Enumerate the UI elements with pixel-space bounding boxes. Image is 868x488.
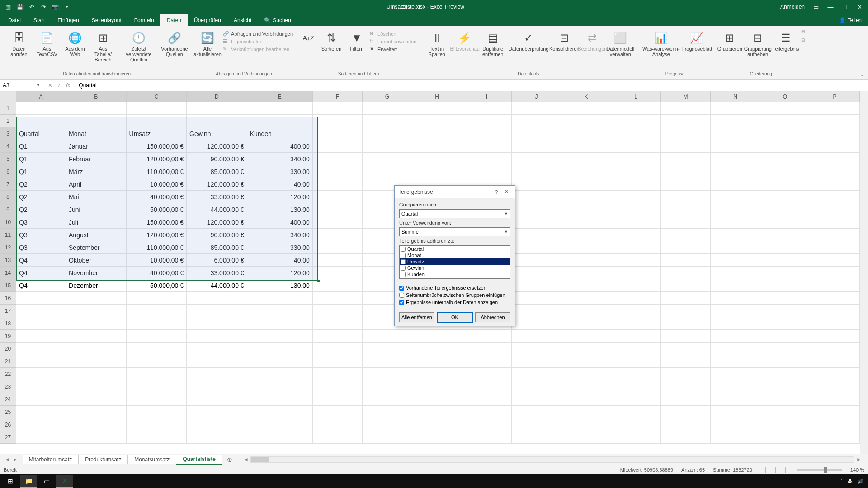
cell[interactable] xyxy=(512,229,561,241)
cell[interactable] xyxy=(810,241,860,253)
cell[interactable] xyxy=(363,393,412,405)
replace-check[interactable]: Vorhandene Teilergebnisse ersetzen xyxy=(399,285,510,291)
cell[interactable] xyxy=(810,380,860,393)
cell[interactable] xyxy=(16,317,66,329)
cell[interactable] xyxy=(661,267,711,279)
cell[interactable] xyxy=(711,165,760,178)
ribbon-options-icon[interactable]: ▭ xyxy=(813,4,819,10)
cell[interactable] xyxy=(711,418,760,431)
cell[interactable]: Kunden xyxy=(247,127,313,140)
cell[interactable] xyxy=(810,292,860,304)
cell[interactable] xyxy=(611,305,661,317)
cell[interactable] xyxy=(16,380,66,393)
row-header-7[interactable]: 7 xyxy=(0,178,16,191)
sheet-tab-produkt[interactable]: Produktumsatz xyxy=(79,455,128,464)
cell[interactable]: 90.000,00 € xyxy=(187,229,247,241)
cell[interactable]: 340,00 xyxy=(247,153,313,165)
cell[interactable] xyxy=(561,140,611,152)
cell[interactable] xyxy=(760,140,810,152)
cell[interactable] xyxy=(313,165,363,178)
cell[interactable] xyxy=(760,178,810,190)
cell[interactable] xyxy=(661,431,711,443)
cell[interactable]: Q1 xyxy=(16,140,66,152)
cell[interactable] xyxy=(512,393,561,405)
cell[interactable] xyxy=(561,431,611,443)
cell[interactable] xyxy=(611,241,661,253)
checkbox-monat[interactable] xyxy=(401,253,406,258)
cell[interactable]: 110.000,00 € xyxy=(127,241,187,253)
cell[interactable] xyxy=(611,165,661,178)
cell[interactable] xyxy=(462,355,512,367)
cell[interactable] xyxy=(412,330,462,342)
cell[interactable] xyxy=(313,254,363,266)
row-header-12[interactable]: 12 xyxy=(0,241,16,254)
cell[interactable] xyxy=(810,140,860,152)
cell[interactable] xyxy=(810,406,860,418)
cell[interactable] xyxy=(661,279,711,291)
column-header-L[interactable]: L xyxy=(611,91,661,102)
column-header-K[interactable]: K xyxy=(561,91,611,102)
cell[interactable] xyxy=(810,368,860,380)
cell[interactable] xyxy=(760,216,810,228)
cell[interactable] xyxy=(187,292,247,304)
formula-input[interactable]: Quartal xyxy=(75,82,868,89)
cell[interactable] xyxy=(512,127,561,140)
tab-ansicht[interactable]: Ansicht xyxy=(227,14,258,26)
cell[interactable] xyxy=(561,267,611,279)
cell[interactable] xyxy=(313,267,363,279)
cell[interactable] xyxy=(661,406,711,418)
cell[interactable] xyxy=(313,305,363,317)
cell[interactable] xyxy=(363,406,412,418)
row-header-23[interactable]: 23 xyxy=(0,380,16,393)
cell[interactable] xyxy=(127,292,187,304)
cell[interactable] xyxy=(711,241,760,253)
cell[interactable] xyxy=(810,165,860,178)
cell[interactable] xyxy=(313,127,363,140)
cell[interactable]: 400,00 xyxy=(247,216,313,228)
cell[interactable] xyxy=(810,343,860,355)
cell[interactable] xyxy=(561,279,611,291)
cell[interactable] xyxy=(810,279,860,291)
cell[interactable] xyxy=(412,102,462,114)
cell[interactable] xyxy=(66,292,127,304)
function-select[interactable]: Summe▼ xyxy=(399,227,510,236)
cell[interactable] xyxy=(363,431,412,443)
text-to-columns-button[interactable]: ⫴Text in Spalten xyxy=(424,29,449,57)
cell[interactable] xyxy=(187,317,247,329)
cell[interactable] xyxy=(760,368,810,380)
cell[interactable] xyxy=(561,418,611,431)
cell[interactable] xyxy=(661,317,711,329)
cell[interactable] xyxy=(66,406,127,418)
cell[interactable] xyxy=(661,216,711,228)
cell[interactable]: Q4 xyxy=(16,279,66,291)
cell[interactable] xyxy=(561,127,611,140)
view-normal-button[interactable] xyxy=(758,467,766,473)
cell[interactable] xyxy=(187,115,247,127)
cell[interactable] xyxy=(127,305,187,317)
cell[interactable]: 44.000,00 € xyxy=(187,279,247,291)
below-checkbox[interactable] xyxy=(399,300,404,305)
cell[interactable] xyxy=(661,368,711,380)
cell[interactable]: 110.000,00 € xyxy=(127,165,187,178)
cell[interactable]: Januar xyxy=(66,140,127,152)
qat-more-icon[interactable]: ▾ xyxy=(63,3,71,10)
cell[interactable] xyxy=(561,305,611,317)
from-table-button[interactable]: ⊞Aus Tabelle/ Bereich xyxy=(90,29,116,62)
cell[interactable] xyxy=(561,115,611,127)
cell[interactable]: Monat xyxy=(66,127,127,140)
cell[interactable] xyxy=(760,418,810,431)
column-header-F[interactable]: F xyxy=(313,91,363,102)
cell[interactable] xyxy=(66,115,127,127)
cell[interactable] xyxy=(16,343,66,355)
row-header-1[interactable]: 1 xyxy=(0,102,16,115)
cell[interactable] xyxy=(247,102,313,114)
cell[interactable] xyxy=(611,140,661,152)
remove-all-button[interactable]: Alle entfernen xyxy=(399,312,434,322)
cell[interactable] xyxy=(561,254,611,266)
cell[interactable] xyxy=(611,368,661,380)
tray-network-icon[interactable]: 🖧 xyxy=(848,479,853,484)
cell[interactable] xyxy=(561,343,611,355)
cell[interactable] xyxy=(313,153,363,165)
tab-seitenlayout[interactable]: Seitenlayout xyxy=(85,14,128,26)
cell[interactable] xyxy=(313,115,363,127)
